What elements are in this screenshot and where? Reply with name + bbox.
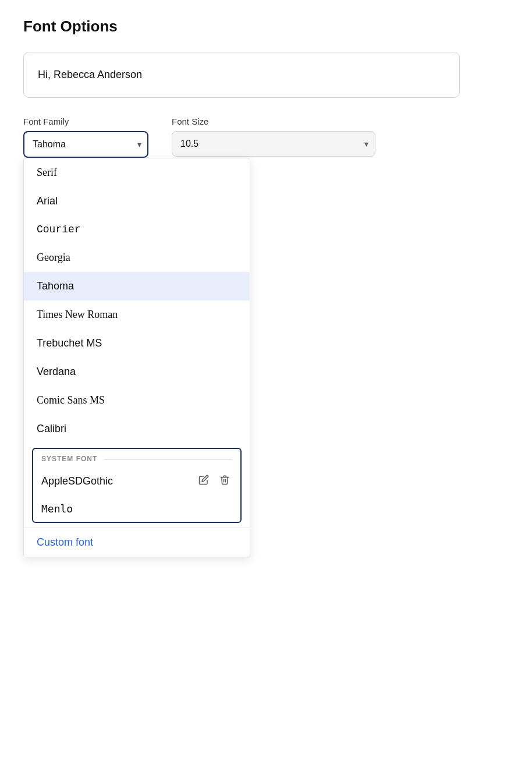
font-list: Serif Arial Courier Georgia Tahoma xyxy=(23,158,250,557)
system-font-section: SYSTEM FONT AppleSDGothic xyxy=(32,448,242,523)
font-size-label: Font Size xyxy=(172,116,375,126)
font-option-trebuchet-ms-label: Trebuchet MS xyxy=(37,337,102,349)
apple-sd-gothic-actions xyxy=(196,473,232,489)
font-option-calibri[interactable]: Calibri xyxy=(24,415,250,443)
font-family-dropdown[interactable]: Tahoma ▾ xyxy=(23,131,148,158)
font-option-serif-label: Serif xyxy=(37,167,57,179)
preview-text: Hi, Rebecca Anderson xyxy=(38,69,142,80)
custom-font-option[interactable]: Custom font xyxy=(24,528,250,557)
font-option-times-new-roman-label: Times New Roman xyxy=(37,309,118,321)
font-option-courier[interactable]: Courier xyxy=(24,215,250,243)
font-size-selected-value: 10.5 xyxy=(180,139,198,148)
edit-icon xyxy=(198,475,209,485)
font-option-arial-label: Arial xyxy=(37,195,58,207)
font-option-courier-label: Courier xyxy=(37,224,81,235)
font-option-menlo-label: Menlo xyxy=(41,503,232,515)
edit-apple-sd-gothic-button[interactable] xyxy=(196,473,211,489)
font-family-select[interactable]: Tahoma xyxy=(23,131,148,158)
system-font-header: SYSTEM FONT xyxy=(33,449,240,466)
font-family-dropdown-list: Serif Arial Courier Georgia Tahoma xyxy=(23,158,250,557)
font-family-label: Font Family xyxy=(23,116,148,126)
system-font-divider xyxy=(104,459,232,459)
font-option-serif[interactable]: Serif xyxy=(24,158,250,187)
font-option-trebuchet-ms[interactable]: Trebuchet MS xyxy=(24,329,250,358)
font-option-times-new-roman[interactable]: Times New Roman xyxy=(24,300,250,329)
font-option-verdana[interactable]: Verdana xyxy=(24,358,250,386)
preview-box: Hi, Rebecca Anderson xyxy=(23,52,460,98)
trash-icon xyxy=(219,475,230,485)
font-option-apple-sd-gothic-label: AppleSDGothic xyxy=(41,475,196,487)
font-option-tahoma-label: Tahoma xyxy=(37,280,74,292)
font-option-apple-sd-gothic[interactable]: AppleSDGothic xyxy=(33,466,240,496)
font-option-verdana-label: Verdana xyxy=(37,366,76,378)
delete-apple-sd-gothic-button[interactable] xyxy=(217,473,232,489)
font-option-arial[interactable]: Arial xyxy=(24,187,250,215)
page-title: Font Options xyxy=(23,17,509,36)
font-option-comic-sans-ms-label: Comic Sans MS xyxy=(37,394,105,406)
font-size-select[interactable]: 10.5 xyxy=(172,131,375,157)
font-family-selected-value: Tahoma xyxy=(33,139,66,149)
font-size-dropdown[interactable]: 10.5 ▾ xyxy=(172,131,375,157)
font-option-tahoma[interactable]: Tahoma xyxy=(24,272,250,300)
font-option-georgia[interactable]: Georgia xyxy=(24,243,250,272)
custom-font-label: Custom font xyxy=(37,536,93,548)
font-option-menlo[interactable]: Menlo xyxy=(33,496,240,522)
font-option-calibri-label: Calibri xyxy=(37,423,66,435)
font-option-georgia-label: Georgia xyxy=(37,252,70,264)
font-option-comic-sans-ms[interactable]: Comic Sans MS xyxy=(24,386,250,415)
system-font-label: SYSTEM FONT xyxy=(41,455,97,463)
